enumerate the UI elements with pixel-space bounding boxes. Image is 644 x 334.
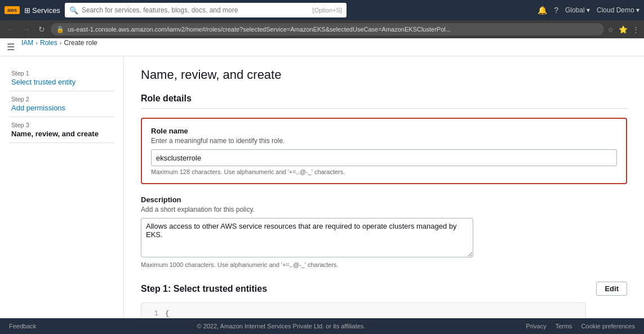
trust-header: Step 1: Select trusted entities Edit — [141, 282, 627, 296]
notification-icon[interactable]: 🔔 — [538, 6, 547, 15]
search-shortcut: [Option+S] — [313, 7, 342, 14]
footer: Feedback © 2022, Amazon Internet Service… — [0, 318, 644, 334]
sidebar-step3: Step 3 Name, review, and create — [9, 117, 114, 143]
role-name-section: Role name Enter a meaningful name to ide… — [141, 118, 627, 184]
help-icon[interactable]: ? — [554, 6, 558, 15]
description-textarea[interactable]: Allows access to other AWS service resou… — [141, 218, 473, 257]
breadcrumb-roles[interactable]: Roles — [40, 39, 57, 47]
footer-copyright: © 2022, Amazon Internet Services Private… — [197, 323, 365, 329]
more-icon[interactable]: ⋮ — [632, 25, 639, 34]
page-wrapper: Step 1 Select trusted entity Step 2 Add … — [0, 56, 644, 334]
browser-actions: ☆ ⭐ ⋮ — [607, 25, 639, 34]
breadcrumb: IAM › Roles › Create role — [19, 39, 100, 47]
role-details-title: Role details — [141, 93, 627, 109]
step2-label: Step 2 — [11, 96, 112, 103]
refresh-button[interactable]: ↻ — [36, 24, 47, 35]
sidebar: Step 1 Select trusted entity Step 2 Add … — [0, 56, 124, 334]
description-hint: Add a short explanation for this policy. — [141, 206, 627, 213]
bookmark-icon[interactable]: ☆ — [607, 25, 614, 34]
top-nav: aws ⊞ Services 🔍 [Option+S] 🔔 ? Global ▾… — [0, 0, 644, 20]
step2-link[interactable]: Add permissions — [11, 104, 65, 112]
sidebar-step1: Step 1 Select trusted entity — [9, 65, 114, 91]
nav-right: 🔔 ? Global ▾ Cloud Demo ▾ — [538, 6, 639, 15]
search-icon: 🔍 — [69, 6, 78, 15]
back-button[interactable]: ← — [5, 24, 17, 35]
description-section: Description Add a short explanation for … — [141, 195, 627, 268]
aws-logo[interactable]: aws — [5, 6, 20, 14]
feedback-link[interactable]: Feedback — [9, 323, 36, 329]
edit-button[interactable]: Edit — [596, 282, 627, 296]
step3-active: Name, review, and create — [11, 130, 112, 138]
extension-icon[interactable]: ⭐ — [619, 25, 628, 34]
terms-link[interactable]: Terms — [556, 323, 572, 329]
trust-section-title: Step 1: Select trusted entities — [141, 284, 267, 294]
global-menu[interactable]: Global ▾ — [565, 6, 590, 14]
breadcrumb-sep-2: › — [60, 39, 62, 46]
search-bar[interactable]: 🔍 [Option+S] — [65, 3, 347, 17]
forward-button[interactable]: → — [20, 24, 33, 35]
role-details-section: Role details Role name Enter a meaningfu… — [141, 93, 627, 268]
role-name-input[interactable] — [151, 149, 617, 166]
role-name-hint: Enter a meaningful name to identify this… — [151, 137, 617, 145]
aws-logo-text: aws — [7, 7, 17, 13]
step1-label: Step 1 — [11, 70, 112, 77]
cookie-link[interactable]: Cookie preferences — [581, 323, 635, 329]
privacy-link[interactable]: Privacy — [526, 323, 547, 329]
step3-label: Step 3 — [11, 122, 112, 128]
browser-bar: ← → ↻ 🔒 us-east-1.console.aws.amazon.com… — [0, 20, 644, 38]
description-label: Description — [141, 195, 627, 204]
app-bar: ☰ IAM › Roles › Create role — [0, 38, 644, 56]
page-title: Name, review, and create — [141, 68, 627, 82]
cloud-demo-menu[interactable]: Cloud Demo ▾ — [597, 6, 639, 14]
lock-icon: 🔒 — [56, 26, 64, 33]
footer-links: Privacy Terms Cookie preferences — [526, 323, 635, 329]
url-text: us-east-1.console.aws.amazon.com/iamv2/h… — [68, 26, 451, 33]
step1-link[interactable]: Select trusted entity — [11, 78, 75, 86]
hamburger-menu[interactable]: ☰ — [7, 42, 15, 52]
url-bar[interactable]: 🔒 us-east-1.console.aws.amazon.com/iamv2… — [51, 23, 604, 35]
description-note: Maximum 1000 characters. Use alphanumeri… — [141, 261, 627, 268]
breadcrumb-sep-1: › — [35, 39, 38, 46]
breadcrumb-current: Create role — [64, 39, 97, 47]
role-name-label: Role name — [151, 127, 617, 135]
search-input[interactable] — [82, 6, 309, 14]
services-button[interactable]: ⊞ Services — [24, 6, 60, 15]
main-content: Name, review, and create Role details Ro… — [124, 56, 644, 334]
sidebar-step2: Step 2 Add permissions — [9, 91, 114, 117]
grid-icon: ⊞ — [24, 6, 30, 15]
role-name-note: Maximum 128 characters. Use alphanumeric… — [151, 168, 617, 175]
breadcrumb-iam[interactable]: IAM — [21, 39, 33, 47]
